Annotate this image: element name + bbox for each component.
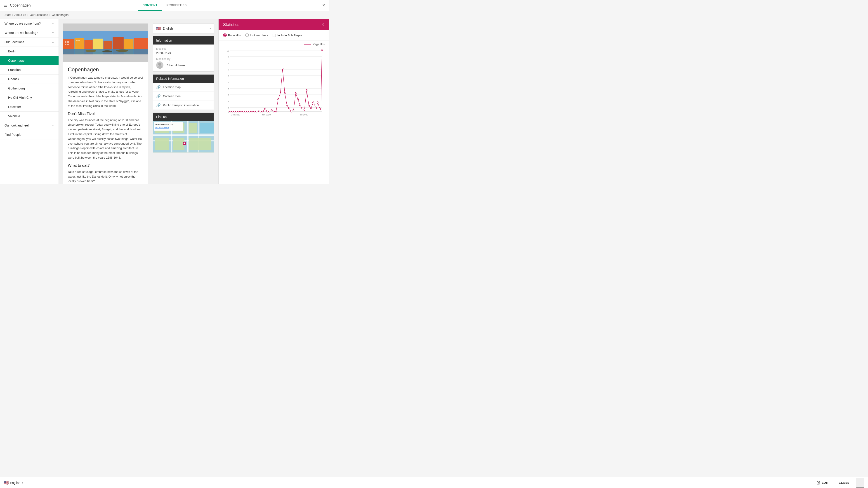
svg-point-79 — [267, 111, 268, 112]
svg-text:Dec 2019: Dec 2019 — [231, 113, 240, 116]
svg-rect-11 — [65, 43, 66, 45]
svg-point-97 — [306, 90, 307, 91]
unique-users-option[interactable]: Unique Users — [245, 33, 268, 37]
article-body2: The city was founded at the beginning of… — [68, 118, 144, 160]
statistics-options: Page Hits Unique Users Include Sub Pages — [219, 30, 329, 40]
svg-point-63 — [232, 111, 233, 112]
svg-point-20 — [158, 63, 161, 66]
article-title: Copenhagen — [68, 66, 144, 73]
related-label: Location map — [163, 86, 181, 89]
breadcrumb-start[interactable]: Start — [4, 13, 11, 17]
svg-text:8: 8 — [228, 62, 229, 65]
include-sub-checkbox[interactable] — [273, 34, 276, 37]
related-item-canteen-menu[interactable]: 🔗 Canteen menu — [153, 92, 214, 101]
svg-point-103 — [319, 108, 320, 109]
modified-by-label: Modified By — [156, 57, 211, 61]
chart-container: Page Hits 10 9 8 7 6 5 4 3 2 1 0 — [219, 40, 329, 184]
right-panel: 🇺🇸 English ▾ Information Modified 2020-0… — [153, 24, 214, 180]
svg-rect-31 — [155, 138, 169, 150]
page-hits-radio[interactable] — [223, 33, 227, 37]
include-sub-option[interactable]: Include Sub Pages — [273, 34, 302, 37]
svg-point-95 — [302, 108, 303, 109]
breadcrumb-locations[interactable]: Our Locations — [30, 13, 48, 17]
svg-rect-19 — [63, 49, 148, 54]
link-icon: 🔗 — [156, 85, 161, 89]
svg-point-36 — [184, 142, 185, 144]
tab-properties[interactable]: PROPERTIES — [162, 0, 191, 11]
svg-rect-30 — [189, 123, 197, 133]
breadcrumb-current: Copenhagen — [52, 13, 68, 17]
content-body: Copenhagen If Copenhagen was a movie cha… — [63, 62, 148, 184]
svg-point-96 — [304, 109, 305, 110]
main-layout: Where do we come from? ∨ Where are we he… — [0, 19, 329, 184]
include-sub-label: Include Sub Pages — [277, 34, 302, 37]
statistics-chart: 10 9 8 7 6 5 4 3 2 1 0 — [223, 48, 324, 116]
svg-point-93 — [297, 99, 299, 100]
article-heading2: Don't Miss Tivoli — [68, 111, 144, 116]
article-heading3: What to eat? — [68, 163, 144, 168]
sidebar-item-copenhagen[interactable]: Copenhagen — [0, 56, 59, 65]
svg-rect-14 — [79, 40, 80, 41]
svg-point-85 — [280, 92, 281, 94]
page-hits-option[interactable]: Page Hits — [223, 33, 241, 37]
related-information-card: Related Information 🔗 Location map 🔗 Can… — [153, 74, 214, 110]
sidebar-item-hcmc[interactable]: Ho Chi Minh City — [0, 93, 59, 102]
unique-users-label: Unique Users — [250, 34, 268, 37]
sidebar-item-leicester[interactable]: Leicester — [0, 102, 59, 111]
sidebar-item-gdansk[interactable]: Gdansk — [0, 74, 59, 84]
svg-text:Vester Voldgade 123: Vester Voldgade 123 — [155, 123, 173, 125]
sidebar-item-where-heading[interactable]: Where are we heading? ∨ — [0, 28, 59, 37]
svg-text:2: 2 — [228, 100, 229, 103]
sidebar-item-our-locations[interactable]: Our Locations ∧ — [0, 37, 59, 47]
svg-point-67 — [240, 111, 242, 112]
svg-point-81 — [271, 109, 272, 111]
sidebar-item-look-feel[interactable]: Our look and feel ∨ — [0, 121, 59, 130]
svg-text:10: 10 — [226, 50, 229, 52]
svg-point-74 — [256, 111, 257, 112]
information-card: Information Modified 2020-02-24 Modified… — [153, 36, 214, 72]
svg-text:1: 1 — [228, 106, 229, 109]
information-header: Information — [153, 36, 214, 44]
related-item-transport[interactable]: 🔗 Public transport information — [153, 101, 214, 109]
svg-text:9: 9 — [228, 56, 229, 58]
svg-point-89 — [288, 108, 290, 109]
svg-point-66 — [238, 111, 240, 112]
related-item-location-map[interactable]: 🔗 Location map — [153, 83, 214, 92]
svg-rect-23 — [153, 134, 214, 136]
content-image — [63, 24, 148, 62]
svg-point-82 — [273, 111, 275, 112]
svg-point-62 — [229, 111, 231, 112]
legend-line — [304, 44, 311, 44]
sidebar-item-find-people[interactable]: Find People — [0, 130, 59, 139]
hamburger-icon[interactable]: ☰ — [4, 3, 7, 8]
statistics-header: Statistics ✕ — [219, 19, 329, 30]
statistics-close-icon[interactable]: ✕ — [321, 22, 324, 27]
sidebar-item-frankfurt[interactable]: Frankfurt — [0, 65, 59, 74]
unique-users-radio[interactable] — [245, 33, 249, 37]
sidebar-item-where-from[interactable]: Where do we come from? ∨ — [0, 19, 59, 28]
svg-point-68 — [243, 111, 244, 112]
legend-label: Page Hits — [313, 43, 324, 46]
flag-icon: 🇺🇸 — [156, 26, 161, 31]
svg-rect-12 — [67, 43, 69, 45]
svg-point-80 — [269, 111, 270, 112]
content-area: Copenhagen If Copenhagen was a movie cha… — [59, 19, 218, 184]
modified-by-user: Robert Johnson — [156, 61, 211, 69]
map-area: Vester Voldgade 123 Visa en större karta — [153, 121, 214, 153]
svg-point-77 — [262, 111, 264, 112]
svg-text:5: 5 — [228, 81, 229, 84]
chart-legend: Page Hits — [223, 43, 324, 46]
breadcrumb-about[interactable]: About us — [14, 13, 26, 17]
language-selector[interactable]: 🇺🇸 English ▾ — [153, 24, 214, 33]
svg-text:3: 3 — [228, 94, 229, 96]
sidebar-item-valencia[interactable]: Valencia — [0, 111, 59, 121]
sidebar-item-berlin[interactable]: Berlin — [0, 47, 59, 56]
tab-content[interactable]: CONTENT — [138, 0, 162, 11]
svg-rect-26 — [187, 121, 188, 153]
sidebar-item-gothenburg[interactable]: Gothenburg — [0, 84, 59, 93]
svg-text:Visa en större karta: Visa en större karta — [155, 127, 169, 128]
top-bar: ☰ Copenhagen CONTENT PROPERTIES ✕ — [0, 0, 329, 11]
svg-text:6: 6 — [228, 75, 229, 77]
close-top-icon[interactable]: ✕ — [322, 3, 326, 8]
article-body1: If Copenhagen was a movie character, it … — [68, 75, 144, 108]
